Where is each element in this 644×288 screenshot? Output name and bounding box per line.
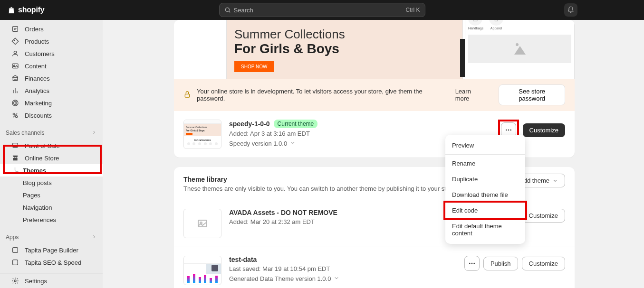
theme-actions-dropdown: Preview Rename Duplicate Download theme … (445, 135, 525, 244)
customers-icon (11, 50, 19, 57)
orders-icon (11, 25, 19, 33)
gear-icon (11, 277, 19, 285)
customize-button[interactable]: Customize (523, 123, 565, 137)
see-password-button[interactable]: See store password (499, 84, 565, 105)
preview-heading-1: Summer Collections (234, 27, 345, 42)
nav-finances[interactable]: Finances (0, 72, 103, 84)
nav-marketing[interactable]: Marketing (0, 97, 103, 109)
nav-discounts[interactable]: Discounts (0, 109, 103, 121)
nav-navigation[interactable]: Navigation (0, 201, 103, 214)
content-icon (11, 62, 19, 70)
app-icon (11, 259, 19, 266)
nav-label: Settings (25, 278, 47, 285)
nav-point-of-sale[interactable]: Point of Sale (0, 139, 103, 152)
notifications-button[interactable] (564, 3, 577, 17)
nav-app-tapita-page[interactable]: Tapita Page Builder (0, 244, 103, 256)
svg-point-15 (516, 43, 519, 46)
theme-version: Generated Data Theme version 1.0.0 (229, 275, 331, 282)
nav-label: Navigation (23, 204, 52, 211)
theme-name: test-data (229, 256, 257, 263)
theme-thumbnail (183, 256, 221, 285)
nav-app-tapita-seo[interactable]: Tapita SEO & Speed (0, 256, 103, 269)
theme-version: Speedy version 1.0.0 (229, 140, 287, 147)
nav-customers[interactable]: Customers (0, 47, 103, 60)
more-actions-button[interactable] (464, 256, 480, 271)
notice-text: Your online store is in development. To … (197, 88, 450, 102)
svg-rect-16 (185, 94, 189, 97)
svg-point-24 (473, 263, 475, 264)
library-title: Theme library (183, 176, 457, 183)
category-label: Apparel (489, 27, 503, 30)
svg-point-2 (14, 40, 14, 40)
mobile-image-placeholder (468, 35, 571, 63)
svg-point-19 (510, 130, 511, 131)
nav-blog-posts[interactable]: Blog posts (0, 177, 103, 189)
desktop-preview: Summer Collections For Girls & Boys SHOP… (226, 20, 463, 79)
dots-icon (468, 260, 476, 267)
nav-label: Orders (25, 26, 44, 33)
tree-indicator-icon (13, 167, 20, 173)
nav-label: Online Store (25, 155, 59, 162)
svg-point-14 (14, 280, 16, 282)
dots-icon (505, 126, 512, 134)
svg-point-22 (469, 263, 471, 264)
nav-label: Content (25, 63, 47, 70)
search-icon (224, 7, 231, 13)
dropdown-rename[interactable]: Rename (445, 156, 525, 171)
brand-text: shopify (18, 6, 45, 14)
preview-side-tab (460, 39, 465, 77)
nav-label: Themes (23, 167, 46, 174)
theme-preview-pane: Summer Collections For Girls & Boys SHOP… (174, 20, 575, 79)
sidebar: Orders Products Customers Content Financ… (0, 20, 103, 288)
category-icon (489, 20, 503, 26)
chevron-down-icon[interactable] (290, 140, 296, 147)
dropdown-edit-code[interactable]: Edit code (445, 203, 525, 218)
chevron-down-icon (552, 178, 558, 184)
svg-point-8 (15, 102, 15, 103)
section-sales-channels[interactable]: Sales channels (0, 126, 103, 139)
nav-label: Discounts (25, 112, 52, 119)
theme-thumbnail (183, 209, 221, 238)
theme-name: speedy-1-0-0 (229, 120, 270, 128)
dev-notice-bar: Your online store is in development. To … (174, 79, 575, 111)
customize-button[interactable]: Customize (522, 257, 565, 270)
analytics-icon (11, 87, 19, 94)
customize-button[interactable]: Customize (522, 209, 565, 223)
dropdown-duplicate[interactable]: Duplicate (445, 171, 525, 187)
theme-thumbnail: Summer CollectionsFor Girls & Boys TOP C… (183, 120, 221, 149)
top-bar: shopify Search Ctrl K (0, 0, 644, 20)
shopify-logo[interactable]: shopify (7, 5, 45, 15)
library-header: Theme library These themes are only visi… (174, 167, 466, 194)
chevron-down-icon[interactable] (334, 275, 339, 282)
app-icon (11, 246, 19, 254)
svg-rect-12 (13, 248, 18, 253)
current-theme-badge: Current theme (274, 120, 318, 128)
nav-preferences[interactable]: Preferences (0, 214, 103, 226)
learn-more-link[interactable]: Learn more (455, 88, 487, 102)
dropdown-preview[interactable]: Preview (445, 138, 525, 153)
nav-settings[interactable]: Settings (0, 274, 103, 288)
library-subtitle: These themes are only visible to you. Yo… (183, 185, 457, 192)
nav-label: Blog posts (23, 179, 52, 186)
nav-pages[interactable]: Pages (0, 189, 103, 201)
search-shortcut: Ctrl K (406, 7, 420, 13)
nav-orders[interactable]: Orders (0, 23, 103, 35)
chevron-right-icon (91, 130, 97, 137)
nav-label: Marketing (25, 100, 52, 107)
section-apps[interactable]: Apps (0, 231, 103, 244)
finances-icon (11, 74, 19, 82)
nav-products[interactable]: Products (0, 35, 103, 47)
svg-point-10 (16, 116, 18, 118)
nav-label: Point of Sale (25, 142, 60, 149)
dropdown-edit-default[interactable]: Edit default theme content (445, 218, 525, 241)
search-input[interactable]: Search Ctrl K (219, 3, 425, 17)
section-label: Sales channels (6, 130, 44, 136)
nav-label: Analytics (25, 87, 49, 94)
nav-content[interactable]: Content (0, 60, 103, 72)
nav-analytics[interactable]: Analytics (0, 84, 103, 97)
svg-point-17 (506, 130, 507, 131)
nav-online-store[interactable]: Online Store (0, 152, 103, 164)
library-theme-row: test-data Last saved: Mar 19 at 10:54 pm… (174, 247, 575, 288)
svg-point-18 (508, 130, 509, 131)
publish-button[interactable]: Publish (483, 257, 518, 270)
